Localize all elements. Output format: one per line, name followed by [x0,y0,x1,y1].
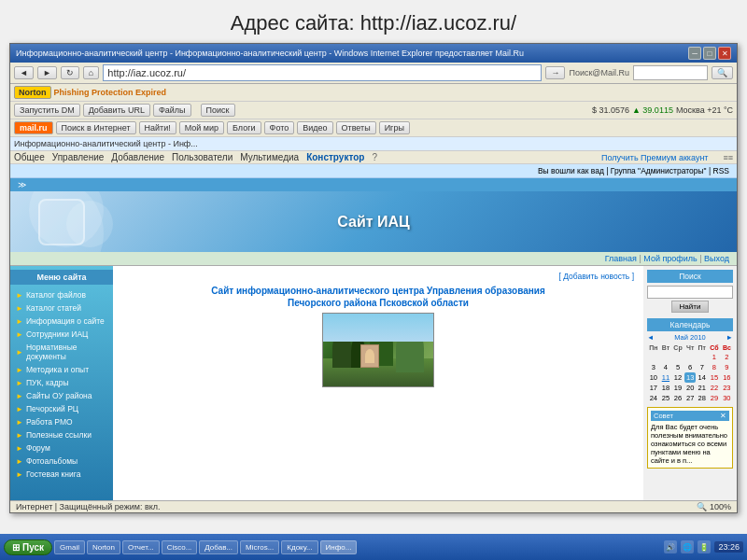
sidebar-item-guestbook[interactable]: ► Гостевая книга [10,468,113,481]
premium-link[interactable]: Получить Премиум аккаунт [601,153,708,162]
taskbar-item-add[interactable]: Добав... [199,540,238,554]
taskbar-item-gmail[interactable]: Gmail [54,540,85,554]
cal-day[interactable]: 23 [721,383,733,393]
sidebar-item-links[interactable]: ► Полезные ссылки [10,428,113,441]
cal-day[interactable]: 19 [671,383,684,393]
cal-day[interactable]: 24 [647,393,660,403]
cal-day[interactable] [647,352,660,362]
profile-link[interactable]: Мой профиль [643,254,697,263]
cal-day[interactable]: 10 [647,372,660,383]
taskbar-item-norton[interactable]: Norton [87,540,120,554]
cal-day[interactable]: 9 [721,362,733,372]
cal-day[interactable]: 7 [696,362,708,372]
calendar-next[interactable]: ► [726,333,733,342]
cal-day[interactable]: 12 [671,372,684,383]
nav-пользователи[interactable]: Пользователи [172,152,233,162]
forward-button[interactable]: ► [37,66,57,79]
blogs-btn[interactable]: Блоги [227,121,261,134]
cal-day[interactable]: 30 [721,393,733,403]
cal-day[interactable]: 1 [708,352,721,362]
taskbar-item-kdoku[interactable]: Кдоку... [281,540,317,554]
search-button[interactable]: 🔍 [712,66,733,79]
cal-day[interactable]: 11 [660,372,672,383]
back-button[interactable]: ◄ [14,66,34,79]
cal-day[interactable]: 20 [684,383,697,393]
home-link[interactable]: Главная [605,254,637,263]
cal-day[interactable] [671,352,684,362]
cal-day[interactable]: 8 [708,362,721,372]
games-btn[interactable]: Игры [379,121,410,134]
add-news-link[interactable]: [ Добавить новость ] [122,272,634,281]
site-search-button[interactable]: Найти [671,301,710,313]
nav-управление[interactable]: Управление [52,152,105,162]
sidebar-item-staff[interactable]: ► Сотрудники ИАЦ [10,328,113,341]
sidebar-item-methods[interactable]: ► Методика и опыт [10,363,113,376]
cal-day[interactable]: 25 [660,393,672,403]
answers-btn[interactable]: Ответы [336,121,376,134]
maximize-button[interactable]: □ [703,47,716,60]
search-bar-input[interactable] [633,65,708,80]
cal-day[interactable] [660,352,672,362]
cal-day[interactable]: 15 [708,372,721,383]
cal-day[interactable]: 14 [696,372,708,383]
start-button[interactable]: ⊞ Пуск [4,539,52,555]
cal-day[interactable]: 5 [671,362,684,372]
taskbar-item-report[interactable]: Отчет... [122,540,160,554]
find-btn[interactable]: Найти! [139,121,176,134]
tray-icon-network[interactable]: 🌐 [681,540,694,553]
refresh-button[interactable]: ↻ [61,66,79,79]
nav-добавление[interactable]: Добавление [111,152,164,162]
taskbar-item-cisco[interactable]: Cisco... [162,540,198,554]
cal-day[interactable]: 26 [671,393,684,403]
add-url-button[interactable]: Добавить URL [83,104,150,117]
nav-мультимедиа[interactable]: Мультимедиа [240,152,299,162]
cal-day[interactable]: 29 [708,393,721,403]
site-search-input[interactable] [647,286,733,299]
photo-btn[interactable]: Фото [264,121,295,134]
cal-day[interactable]: 16 [721,372,733,383]
cal-day[interactable]: 27 [684,393,697,403]
sidebar-item-about[interactable]: ► Информация о сайте [10,315,113,328]
sidebar-item-prc[interactable]: ► Печорский РЦ [10,402,113,415]
my-world-btn[interactable]: Мой мир [179,121,224,134]
tray-icon-sound[interactable]: 🔊 [664,540,677,553]
tray-icon-battery[interactable]: 🔋 [698,540,711,553]
launch-dm-button[interactable]: Запустить DM [14,104,80,117]
sidebar-item-catalog-files[interactable]: ► Каталог файлов [10,288,113,301]
mail-btn[interactable]: mail.ru [14,121,53,134]
cal-day[interactable]: 28 [696,393,708,403]
tip-close-button[interactable]: ✕ [720,412,726,420]
cal-day[interactable] [684,352,697,362]
cal-day[interactable]: 21 [696,383,708,393]
cal-day[interactable]: 3 [647,362,660,372]
cal-day[interactable]: 22 [708,383,721,393]
cal-day[interactable]: 4 [660,362,672,372]
search-btn-2[interactable]: Поиск [201,104,235,117]
video-btn[interactable]: Видео [297,121,332,134]
logout-link[interactable]: Выход [704,254,729,263]
taskbar-item-info[interactable]: Инфо... [320,540,358,554]
sidebar-item-puk[interactable]: ► ПУК, кадры [10,376,113,389]
address-input[interactable] [103,64,542,81]
home-button[interactable]: ⌂ [83,66,99,79]
sidebar-item-rmo[interactable]: ► Работа РМО [10,415,113,428]
cal-day-today[interactable]: 13 [684,372,697,383]
close-button[interactable]: ✕ [718,47,731,60]
sidebar-item-catalog-articles[interactable]: ► Каталог статей [10,301,113,315]
sidebar-item-docs[interactable]: ► Нормативные документы [10,341,113,363]
sidebar-item-photos[interactable]: ► Фотоальбомы [10,455,113,468]
calendar-prev[interactable]: ◄ [647,333,654,342]
inet-search-btn[interactable]: Поиск в Интернет [56,121,136,134]
cal-day[interactable] [696,352,708,362]
nav-общее[interactable]: Общее [14,152,45,162]
minimize-button[interactable]: ─ [688,47,701,60]
cal-day[interactable]: 17 [647,383,660,393]
cal-day[interactable]: 2 [721,352,733,362]
sidebar-item-forum[interactable]: ► Форум [10,441,113,455]
files-button[interactable]: Файлы [153,104,191,117]
taskbar-item-ms[interactable]: Micros... [240,540,279,554]
sidebar-item-schools[interactable]: ► Сайты ОУ района [10,389,113,402]
nav-конструктор[interactable]: Конструктор [306,152,364,162]
cal-day[interactable]: 6 [684,362,697,372]
cal-day[interactable]: 18 [660,383,672,393]
